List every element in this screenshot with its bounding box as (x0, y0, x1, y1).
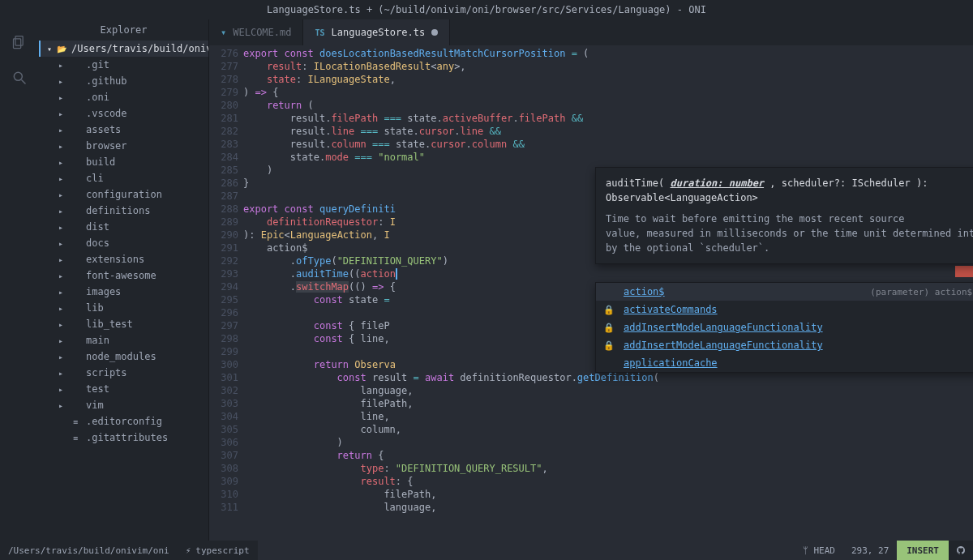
tree-item[interactable]: ▸build (39, 154, 208, 170)
svg-rect-1 (14, 39, 21, 49)
file-tree: ▾ 📂 /Users/travis/build/onivi… ▸.git▸.gi… (39, 41, 208, 541)
line-number: 303 (209, 397, 238, 410)
code-line[interactable]: return ( (243, 99, 973, 112)
error-marker-icon[interactable] (955, 266, 973, 277)
tree-item[interactable]: ▸images (39, 284, 208, 300)
files-icon[interactable] (10, 32, 29, 52)
tree-item[interactable]: ▸.git (39, 57, 208, 73)
tree-item[interactable]: ≡.editorconfig (39, 413, 208, 430)
autocomplete-item[interactable]: action$(parameter) action$: ActionsObser… (596, 283, 973, 301)
tree-item[interactable]: ▸extensions (39, 251, 208, 267)
tree-item[interactable]: ▸node_modules (39, 348, 208, 365)
search-icon[interactable] (10, 68, 29, 88)
tree-item[interactable]: ▸configuration (39, 186, 208, 203)
tree-item-label: node_modules (86, 351, 156, 362)
tree-item[interactable]: ▸cli (39, 170, 208, 186)
editor-tab[interactable]: TSLanguageStore.ts (303, 19, 450, 45)
code-line[interactable]: return { (243, 449, 973, 462)
code-line[interactable]: column, (243, 423, 973, 436)
code-line[interactable]: ) => { (243, 86, 973, 99)
line-number: 284 (209, 151, 238, 164)
tree-item-label: assets (86, 124, 121, 135)
code-line[interactable]: filePath, (243, 397, 973, 410)
tree-item[interactable]: ▸lib_test (39, 316, 208, 332)
autocomplete-label: action$ (624, 286, 665, 297)
line-number: 300 (209, 358, 238, 371)
autocomplete-item[interactable]: 🔒addInsertModeLanguageFunctionality (596, 336, 973, 354)
tree-item[interactable]: ▸.vscode (39, 105, 208, 122)
tree-item[interactable]: ▸definitions (39, 203, 208, 219)
line-number: 298 (209, 332, 238, 345)
code-line[interactable]: type: "DEFINITION_QUERY_RESULT", (243, 462, 973, 475)
signature-help-popup: auditTime( duration: number , scheduler?… (595, 167, 973, 264)
chevron-down-icon: ▾ (47, 45, 52, 53)
activity-bar (0, 19, 39, 541)
status-path[interactable]: /Users/travis/build/onivim/oni (0, 541, 178, 560)
tree-item-label: build (86, 156, 115, 168)
tree-item[interactable]: ▸scripts (39, 365, 208, 381)
tree-item[interactable]: ▸browser (39, 138, 208, 154)
line-number: 287 (209, 190, 238, 203)
code-line[interactable]: const result = await definitionRequestor… (243, 371, 973, 384)
tree-item[interactable]: ▸test (39, 381, 208, 397)
explorer-sidebar: Explorer ▾ 📂 /Users/travis/build/onivi… … (39, 19, 209, 541)
line-gutter: 2762772782792802812822832842852862872882… (209, 45, 243, 541)
autocomplete-popup[interactable]: action$(parameter) action$: ActionsObser… (595, 282, 973, 373)
tree-item[interactable]: ▸.github (39, 73, 208, 89)
code-line[interactable]: result.filePath === state.activeBuffer.f… (243, 112, 973, 125)
chevron-right-icon: ▸ (58, 77, 65, 86)
chevron-right-icon: ▸ (58, 158, 65, 167)
autocomplete-item[interactable]: 🔒activateCommands (596, 301, 973, 318)
chevron-right-icon: ▸ (58, 239, 65, 248)
line-number: 293 (209, 267, 238, 280)
editor-tab[interactable]: ▾WELCOME.md (209, 19, 303, 45)
tree-item[interactable]: ▸docs (39, 235, 208, 251)
svg-rect-0 (15, 36, 23, 46)
tree-item[interactable]: ▸lib (39, 300, 208, 316)
code-line[interactable]: export const doesLocationBasedResultMatc… (243, 47, 973, 60)
tab-label: LanguageStore.ts (332, 27, 426, 38)
tree-item-label: lib_test (86, 318, 133, 330)
code-line[interactable]: line, (243, 410, 973, 423)
code-line[interactable]: state: ILanguageState, (243, 73, 973, 86)
code-line[interactable]: filePath, (243, 488, 973, 501)
code-line[interactable]: result: { (243, 475, 973, 488)
status-position[interactable]: 293, 27 (843, 541, 897, 560)
line-number: 279 (209, 86, 238, 99)
status-language[interactable]: ⚡ typescript (178, 541, 258, 560)
tree-item[interactable]: ▸main (39, 332, 208, 348)
tree-item[interactable]: ▸.oni (39, 89, 208, 105)
chevron-right-icon: ▸ (58, 255, 65, 264)
tree-item[interactable]: ▸vim (39, 397, 208, 413)
chevron-right-icon: ▸ (58, 223, 65, 232)
line-number: 292 (209, 254, 238, 267)
line-number: 280 (209, 99, 238, 112)
code-line[interactable]: .auditTime((action (243, 267, 973, 280)
line-number: 310 (209, 488, 238, 501)
tree-item[interactable]: ▸assets (39, 122, 208, 138)
code-line[interactable]: ) (243, 436, 973, 449)
tree-item[interactable]: ▸font-awesome (39, 267, 208, 284)
github-icon[interactable] (949, 541, 973, 560)
tree-root[interactable]: ▾ 📂 /Users/travis/build/onivi… (39, 41, 208, 57)
status-branch[interactable]: ᛘ HEAD (795, 541, 843, 560)
autocomplete-item[interactable]: 🔒addInsertModeLanguageFunctionality (596, 318, 973, 336)
code-line[interactable]: language, (243, 501, 973, 514)
tree-item-label: .github (86, 75, 127, 87)
tree-item[interactable]: ▸dist (39, 219, 208, 235)
tree-item-label: extensions (86, 254, 144, 265)
line-number: 311 (209, 501, 238, 514)
explorer-title: Explorer (39, 19, 208, 41)
line-number: 297 (209, 319, 238, 332)
tree-item[interactable]: ≡.gitattributes (39, 430, 208, 446)
tree-item-label: .git (86, 59, 109, 71)
line-number: 277 (209, 60, 238, 73)
tree-item-label: main (86, 335, 109, 346)
svg-point-2 (14, 72, 22, 80)
code-line[interactable]: language, (243, 384, 973, 397)
autocomplete-item[interactable]: applicationCache (596, 354, 973, 372)
code-line[interactable]: result.column === state.cursor.column && (243, 138, 973, 151)
code-line[interactable]: result: ILocationBasedResult<any>, (243, 60, 973, 73)
code-line[interactable]: state.mode === "normal" (243, 151, 973, 164)
code-line[interactable]: result.line === state.cursor.line && (243, 125, 973, 138)
